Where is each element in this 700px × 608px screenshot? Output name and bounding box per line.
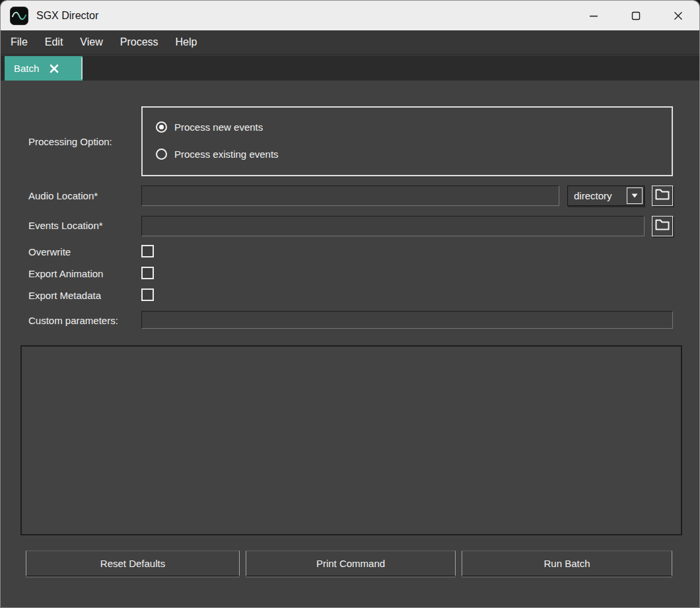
tab-batch-label: Batch (14, 63, 39, 74)
browse-events-button[interactable] (652, 216, 673, 236)
export-metadata-label: Export Metadata (28, 290, 101, 301)
menubar: File Edit View Process Help (1, 30, 699, 55)
custom-parameters-input[interactable] (141, 311, 673, 329)
export-animation-label: Export Animation (28, 268, 103, 279)
radio-label: Process new events (174, 121, 263, 133)
audio-location-input[interactable] (141, 186, 559, 206)
radio-process-new-events[interactable]: Process new events (156, 121, 263, 133)
folder-icon (655, 189, 670, 203)
menu-item-edit[interactable]: Edit (36, 32, 72, 53)
reset-defaults-button[interactable]: Reset Defaults (26, 551, 240, 576)
radio-process-existing-events[interactable]: Process existing events (156, 149, 279, 160)
events-location-input[interactable] (141, 216, 645, 236)
print-command-button[interactable]: Print Command (246, 551, 456, 576)
app-window: SGX Director File Edit View Process Help… (0, 0, 700, 608)
tab-close-icon[interactable] (50, 64, 59, 73)
events-location-label: Events Location* (28, 220, 103, 231)
audio-path-type-value: directory (568, 190, 627, 201)
run-batch-button[interactable]: Run Batch (462, 551, 672, 576)
browse-audio-button[interactable] (652, 186, 673, 206)
window-controls (573, 1, 699, 30)
custom-parameters-label: Custom parameters: (28, 315, 118, 326)
overwrite-checkbox[interactable] (141, 245, 154, 257)
output-log-area[interactable] (20, 345, 682, 535)
window-title: SGX Director (36, 10, 98, 22)
batch-panel: Processing Option: Process new events Pr… (1, 81, 699, 607)
radio-icon (156, 149, 167, 160)
titlebar: SGX Director (1, 1, 699, 30)
app-logo-icon (10, 7, 28, 25)
radio-icon (156, 121, 167, 133)
menu-item-help[interactable]: Help (167, 32, 206, 53)
tabbar: Batch (1, 55, 699, 81)
menu-item-process[interactable]: Process (112, 32, 167, 53)
processing-option-label: Processing Option: (28, 136, 112, 147)
chevron-down-icon (627, 187, 643, 204)
radio-label: Process existing events (174, 149, 279, 160)
close-button[interactable] (657, 1, 699, 30)
tab-batch[interactable]: Batch (5, 56, 83, 81)
menu-item-file[interactable]: File (2, 32, 36, 53)
maximize-button[interactable] (615, 1, 657, 30)
folder-icon (655, 219, 670, 233)
overwrite-label: Overwrite (28, 246, 71, 257)
export-animation-checkbox[interactable] (141, 267, 154, 279)
menu-item-view[interactable]: View (71, 32, 111, 53)
audio-path-type-select[interactable]: directory (567, 186, 645, 206)
processing-option-group: Process new events Process existing even… (141, 106, 673, 176)
audio-location-label: Audio Location* (28, 190, 98, 201)
minimize-button[interactable] (573, 1, 615, 30)
export-metadata-checkbox[interactable] (141, 288, 154, 301)
